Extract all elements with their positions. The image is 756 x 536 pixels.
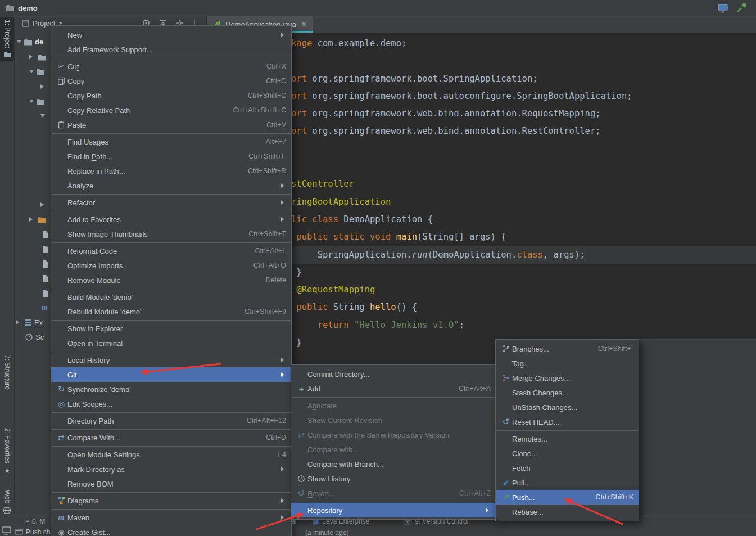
status-push-fragment[interactable]: Push ch [15, 528, 50, 536]
chevron-down-icon[interactable] [17, 40, 21, 46]
icon-spacer [55, 465, 67, 474]
context-menu-item-compare-with[interactable]: ⇄Compare With...Ctrl+D [51, 430, 291, 445]
repository-submenu-item-clone[interactable]: Clone... [496, 446, 639, 461]
context-menu-item-local-history[interactable]: Local History [51, 353, 291, 367]
git-submenu-item-compare-with[interactable]: Compare with... [291, 442, 496, 457]
tree-row[interactable] [40, 82, 48, 91]
tree-row[interactable] [42, 230, 51, 239]
tree-row[interactable] [40, 200, 48, 209]
menu-separator [52, 412, 291, 413]
context-menu-item-open-in-terminal[interactable]: Open in Terminal [51, 336, 291, 350]
context-menu-item-directory-path[interactable]: Directory PathCtrl+Alt+F12 [51, 413, 291, 428]
menu-item-label: Edit Scopes... [67, 400, 112, 408]
icon-spacer [500, 434, 512, 443]
repository-submenu-item-merge-changes[interactable]: Merge Changes... [496, 371, 639, 385]
tree-row-de[interactable]: de [17, 37, 43, 46]
menu-item-label: Find in Path... [67, 152, 112, 161]
repository-submenu-item-fetch[interactable]: Fetch [496, 461, 639, 475]
repository-submenu-item-rebase[interactable]: Rebase... [496, 505, 639, 519]
chevron-right-icon[interactable] [40, 202, 46, 207]
icon-spacer [55, 324, 67, 333]
context-menu-item-reformat-code[interactable]: Reformat CodeCtrl+Alt+L [51, 244, 291, 258]
context-menu-item-create-gist[interactable]: ◉Create Gist... [51, 525, 291, 536]
chevron-down-icon[interactable] [40, 114, 45, 120]
tree-row[interactable] [42, 245, 51, 254]
context-menu-item-build-module-demo[interactable]: Build Module 'demo' [51, 290, 291, 304]
menu-item-label: Repository [307, 506, 342, 515]
repository-submenu-item-unstash-changes[interactable]: UnStash Changes... [496, 400, 639, 415]
git-submenu-item-commit-directory[interactable]: Commit Directory... [291, 367, 496, 381]
menu-item-label: Pull... [512, 479, 531, 487]
context-menu-item-show-in-explorer[interactable]: Show in Explorer [51, 321, 291, 336]
tree-row-ex[interactable]: Ex [16, 318, 43, 327]
git-submenu-item-revert[interactable]: ↺Revert...Ctrl+Alt+Z [291, 486, 496, 501]
context-menu-item-new[interactable]: New [51, 28, 291, 42]
context-menu-item-replace-in-path[interactable]: Replace in Path...Ctrl+Shift+R [51, 164, 291, 178]
git-submenu-item-compare-with-branch[interactable]: Compare with Branch... [291, 457, 496, 471]
menu-item-label: Add to Favorites [67, 215, 121, 224]
git-submenu-item-show-history[interactable]: Show History [291, 471, 496, 486]
tool-button-messages[interactable]: ≡ 0: M [25, 517, 45, 525]
tree-row[interactable] [42, 274, 51, 283]
tree-row[interactable] [42, 289, 51, 298]
git-submenu-item-add[interactable]: +AddCtrl+Alt+A [291, 381, 496, 396]
context-menu-item-mark-directory-as[interactable]: Mark Directory as [51, 462, 291, 476]
folder-icon [36, 68, 45, 75]
context-menu-item-refactor[interactable]: Refactor [51, 195, 291, 210]
chevron-down-icon[interactable] [29, 100, 34, 105]
context-menu-item-git[interactable]: Git [51, 367, 291, 382]
tree-row-sc[interactable]: Sc [25, 332, 44, 341]
icon-spacer [55, 292, 67, 301]
chevron-down-icon[interactable] [29, 70, 34, 75]
context-menu-item-maven[interactable]: mMaven [51, 510, 291, 525]
tree-row[interactable] [29, 97, 47, 106]
context-menu-item-copy-path[interactable]: Copy PathCtrl+Shift+C [51, 88, 291, 103]
menu-item-label: Fetch [512, 464, 531, 472]
context-menu-item-cut[interactable]: ✂CutCtrl+X [51, 59, 291, 74]
tree-row[interactable] [29, 52, 48, 61]
context-menu-item-copy-relative-path[interactable]: Copy Relative PathCtrl+Alt+Sh+ft+C [51, 103, 291, 118]
menu-separator [496, 430, 638, 431]
git-submenu-item-show-current-revision[interactable]: Show Current Revision [291, 413, 496, 427]
context-menu-item-paste[interactable]: PasteCtrl+V [51, 118, 291, 132]
context-menu-item-rebuild-module-demo[interactable]: Rebuild Module 'demo'Ctrl+Shift+F9 [51, 304, 291, 319]
tree-row[interactable] [29, 67, 47, 76]
context-menu-item-edit-scopes[interactable]: ◎Edit Scopes... [51, 397, 291, 411]
repository-submenu-item-branches[interactable]: Branches...Ctrl+Shift+` [496, 341, 639, 356]
context-menu-item-analyze[interactable]: Analyze [51, 178, 291, 193]
context-menu-item-add-to-favorites[interactable]: Add to Favorites [51, 212, 291, 227]
context-menu-item-diagrams[interactable]: Diagrams [51, 493, 291, 508]
menu-separator [52, 194, 291, 195]
tree-row[interactable]: m [42, 303, 50, 312]
context-menu-item-show-image-thumbnails[interactable]: Show Image ThumbnailsCtrl+Shift+T [51, 227, 291, 241]
menu-item-label: Mark Directory as [67, 465, 125, 474]
git-submenu-item-annotate[interactable]: Annotate [291, 398, 496, 413]
context-menu-item-open-module-settings[interactable]: Open Module SettingsF4 [51, 447, 291, 462]
context-menu-item-synchronize-demo[interactable]: ↻Synchronize 'demo' [51, 382, 291, 397]
repository-submenu-item-remotes[interactable]: Remotes... [496, 431, 639, 446]
context-menu-item-find-usages[interactable]: Find UsagesAlt+F7 [51, 134, 291, 149]
tree-row[interactable] [29, 215, 48, 224]
chevron-right-icon[interactable] [29, 217, 35, 222]
repository-submenu-item-reset-head[interactable]: ↺Reset HEAD... [496, 415, 639, 429]
repository-submenu-item-stash-changes[interactable]: Stash Changes... [496, 385, 639, 400]
repository-submenu-item-pull[interactable]: ↙Pull... [496, 475, 639, 490]
repository-submenu-item-tag[interactable]: Tag... [496, 356, 639, 371]
chevron-right-icon[interactable] [16, 320, 21, 325]
menu-item-shortcut: Ctrl+Shift+C [232, 92, 286, 100]
tree-row[interactable] [42, 259, 51, 268]
context-menu-item-optimize-imports[interactable]: Optimize ImportsCtrl+Alt+O [51, 258, 291, 273]
context-menu-item-remove-module[interactable]: Remove ModuleDelete [51, 273, 291, 287]
chevron-right-icon[interactable] [40, 84, 46, 89]
repository-submenu-item-push[interactable]: ↗Push...Ctrl+Shift+K [496, 490, 639, 505]
context-menu-item-remove-bom[interactable]: Remove BOM [51, 476, 291, 491]
menu-item-label: Remove Module [67, 276, 121, 285]
git-submenu-item-compare-with-the-same-repository-version[interactable]: ⇄Compare with the Same Repository Versio… [291, 427, 496, 442]
context-menu-item-find-in-path[interactable]: Find in Path...Ctrl+Shift+F [51, 149, 291, 164]
menu-item-label: UnStash Changes... [512, 403, 577, 412]
context-menu-item-copy[interactable]: CopyCtrl+C [51, 74, 291, 88]
chevron-right-icon[interactable] [29, 55, 35, 59]
git-submenu-item-repository[interactable]: Repository [291, 503, 496, 517]
tree-row[interactable] [40, 111, 47, 120]
context-menu-item-add-framework-support[interactable]: Add Framework Support... [51, 42, 291, 57]
